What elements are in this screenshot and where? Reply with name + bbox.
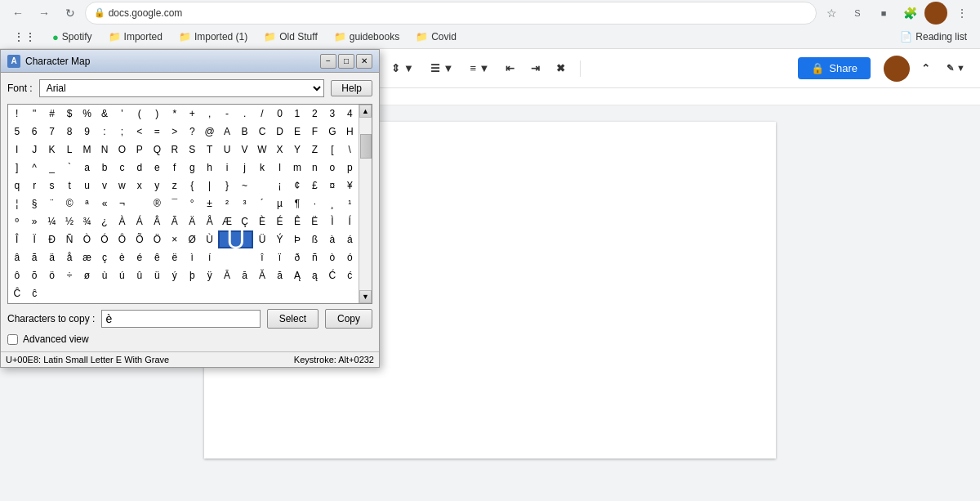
- char-cell[interactable]: w: [114, 177, 131, 195]
- char-cell[interactable]: Ý: [271, 230, 288, 248]
- address-bar[interactable]: 🔒 docs.google.com: [85, 2, 817, 25]
- char-cell[interactable]: è: [114, 248, 131, 266]
- char-cell[interactable]: ¤: [323, 177, 341, 195]
- char-cell[interactable]: í: [201, 248, 218, 266]
- char-cell[interactable]: %: [78, 105, 96, 123]
- char-cell[interactable]: 0: [271, 105, 288, 123]
- char-cell[interactable]: :: [96, 123, 113, 141]
- char-cell[interactable]: /: [253, 105, 270, 123]
- char-cell[interactable]: E: [288, 123, 305, 141]
- char-cell[interactable]: !: [8, 105, 25, 123]
- char-cell[interactable]: ÿ: [201, 266, 218, 284]
- char-cell[interactable]: ): [149, 105, 166, 123]
- char-cell[interactable]: æ: [78, 248, 96, 266]
- char-cell[interactable]: ¿: [96, 212, 113, 230]
- char-cell[interactable]: ¦: [8, 195, 25, 212]
- char-cell[interactable]: i: [218, 159, 235, 177]
- bookmark-old-stuff[interactable]: 📁 Old Stuff: [257, 29, 323, 45]
- char-cell[interactable]: D: [271, 123, 288, 141]
- char-cell[interactable]: ½: [60, 212, 78, 230]
- select-button[interactable]: Select: [267, 309, 318, 329]
- char-cell[interactable]: µ: [271, 195, 288, 212]
- bookmark-guidebooks[interactable]: 📁 guidebooks: [327, 29, 406, 45]
- char-cell[interactable]: ¹: [341, 195, 359, 212]
- char-cell[interactable]: B: [236, 123, 253, 141]
- char-cell[interactable]: Ă: [253, 266, 270, 284]
- char-cell[interactable]: C: [253, 123, 270, 141]
- char-cell[interactable]: Ù: [201, 230, 218, 248]
- char-cell[interactable]: l: [271, 159, 288, 177]
- char-cell[interactable]: ": [25, 105, 42, 123]
- char-cell[interactable]: Q: [149, 141, 166, 159]
- char-cell[interactable]: °: [184, 195, 201, 212]
- char-cell[interactable]: =: [149, 123, 166, 141]
- char-cell[interactable]: Ê: [288, 212, 305, 230]
- char-cell[interactable]: d: [131, 159, 148, 177]
- char-cell[interactable]: ¨: [43, 195, 60, 212]
- char-cell[interactable]: ì: [184, 248, 201, 266]
- char-cell[interactable]: L: [60, 141, 78, 159]
- char-cell[interactable]: ®: [149, 195, 166, 212]
- char-cell[interactable]: Ć: [323, 266, 341, 284]
- char-cell[interactable]: Ñ: [60, 230, 78, 248]
- char-cell[interactable]: ă: [271, 266, 288, 284]
- char-cell[interactable]: Ô: [114, 230, 131, 248]
- numbered-list-button[interactable]: ☰ ▼: [425, 59, 458, 78]
- char-cell[interactable]: t: [60, 177, 78, 195]
- char-cell[interactable]: K: [43, 141, 60, 159]
- char-cell[interactable]: j: [236, 159, 253, 177]
- char-cell[interactable]: Ó: [96, 230, 113, 248]
- char-cell[interactable]: þ: [184, 266, 201, 284]
- char-cell[interactable]: ï: [271, 248, 288, 266]
- char-cell[interactable]: I: [8, 141, 25, 159]
- char-cell[interactable]: å: [60, 248, 78, 266]
- scroll-down[interactable]: ▼: [359, 290, 372, 303]
- char-cell[interactable]: ¼: [43, 212, 60, 230]
- char-cell[interactable]: ': [114, 105, 131, 123]
- close-button[interactable]: ✕: [356, 54, 372, 69]
- char-cell[interactable]: o: [323, 159, 341, 177]
- bookmark-apps[interactable]: ⋮⋮: [7, 28, 42, 46]
- char-cell[interactable]: Z: [306, 141, 323, 159]
- char-cell[interactable]: ¯: [166, 195, 183, 212]
- char-cell[interactable]: <: [131, 123, 148, 141]
- char-cell[interactable]: 8: [60, 123, 78, 141]
- char-cell[interactable]: x: [131, 177, 148, 195]
- char-cell[interactable]: ¢: [288, 177, 305, 195]
- bookmark-covid[interactable]: 📁 Covid: [409, 29, 463, 45]
- char-cell[interactable]: .: [236, 105, 253, 123]
- clear-format-button[interactable]: ✖: [551, 59, 570, 78]
- char-cell[interactable]: Á: [131, 212, 148, 230]
- char-cell[interactable]: 4: [341, 105, 359, 123]
- expand-button[interactable]: ⌃: [916, 59, 935, 78]
- char-cell[interactable]: (: [131, 105, 148, 123]
- char-cell[interactable]: +: [184, 105, 201, 123]
- char-cell[interactable]: ą: [306, 266, 323, 284]
- char-cell[interactable]: m: [288, 159, 305, 177]
- char-cell[interactable]: Ą: [288, 266, 305, 284]
- char-cell[interactable]: @: [201, 123, 218, 141]
- char-cell[interactable]: 9: [78, 123, 96, 141]
- char-cell[interactable]: ñ: [306, 248, 323, 266]
- char-cell[interactable]: 5: [8, 123, 25, 141]
- char-cell[interactable]: ¡: [271, 177, 288, 195]
- decrease-indent-button[interactable]: ⇤: [501, 59, 519, 78]
- char-cell[interactable]: §: [25, 195, 42, 212]
- refresh-button[interactable]: ↻: [59, 2, 82, 25]
- char-cell[interactable]: Í: [341, 212, 359, 230]
- characters-to-copy-input[interactable]: [101, 310, 260, 328]
- char-cell[interactable]: T: [201, 141, 218, 159]
- copy-button[interactable]: Copy: [325, 309, 372, 329]
- advanced-view-checkbox[interactable]: [7, 334, 18, 345]
- char-cell[interactable]: É: [271, 212, 288, 230]
- char-cell[interactable]: Þ: [288, 230, 305, 248]
- char-cell[interactable]: ]: [8, 159, 25, 177]
- char-cell[interactable]: X: [271, 141, 288, 159]
- char-cell[interactable]: v: [96, 177, 113, 195]
- char-cell[interactable]: {: [184, 177, 201, 195]
- char-cell[interactable]: c: [114, 159, 131, 177]
- char-cell[interactable]: Ø: [184, 230, 201, 248]
- char-cell[interactable]: P: [131, 141, 148, 159]
- char-cell[interactable]: H: [341, 123, 359, 141]
- char-cell[interactable]: ±: [201, 195, 218, 212]
